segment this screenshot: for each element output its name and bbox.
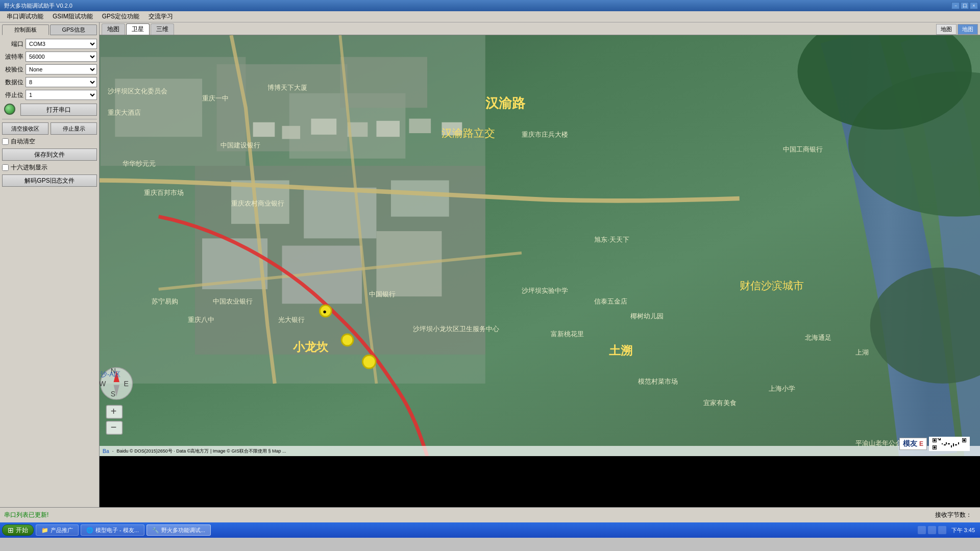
divider-1	[2, 119, 97, 119]
svg-text:光大银行: 光大银行	[278, 316, 305, 323]
svg-rect-14	[253, 122, 275, 137]
port-label: 端口	[2, 40, 23, 48]
app-icon: 🔧	[152, 527, 159, 534]
hex-display-label: 十六进制显示	[11, 163, 47, 172]
taskbar-item-2-label: 野火多功能调试...	[161, 527, 205, 534]
save-file-button[interactable]: 保存到文件	[2, 148, 97, 161]
svg-rect-81	[940, 438, 941, 439]
svg-text:财信沙滨城市: 财信沙滨城市	[740, 280, 804, 292]
baidu-text: Baidu © DOS(2015)2650号 · Data ©高地方万 | Im…	[117, 448, 286, 455]
parity-row: 校验位 None Odd Even	[2, 64, 97, 74]
menu-serial[interactable]: 串口调试功能	[2, 11, 48, 22]
svg-text:重庆一中: 重庆一中	[202, 94, 229, 102]
panel-tabs: 控制面板 GPS信息	[2, 24, 97, 35]
svg-rect-85	[963, 439, 965, 441]
open-port-button[interactable]: 打开串口	[20, 104, 97, 116]
svg-text:W: W	[100, 380, 106, 388]
menu-gsim[interactable]: GSIM阻试功能	[48, 11, 97, 22]
svg-text:−: −	[111, 421, 117, 433]
hex-display-row: 十六进制显示	[2, 163, 97, 172]
svg-rect-95	[955, 444, 957, 445]
svg-text:中国农业银行: 中国农业银行	[213, 297, 253, 305]
svg-text:E: E	[124, 380, 128, 388]
tray-icon-2[interactable]	[928, 526, 936, 534]
svg-rect-16	[311, 119, 336, 135]
qr-code-svg	[932, 437, 967, 450]
auto-clear-row: 自动清空	[2, 137, 97, 146]
decode-gps-button[interactable]: 解码GPS旧态文件	[2, 174, 97, 187]
auto-clear-checkbox[interactable]	[2, 138, 9, 145]
map-btn-1[interactable]: 地图	[936, 24, 957, 35]
svg-text:重庆八中: 重庆八中	[188, 316, 214, 323]
recv-control-row: 清空接收区 停止显示	[2, 122, 97, 135]
baidu-logo: Ba	[103, 448, 109, 454]
svg-rect-92	[948, 443, 950, 444]
recv-bytes-label: 接收字节数：	[935, 511, 972, 519]
taskbar-item-1-label: 模型电子 - 模友...	[95, 527, 139, 534]
svg-rect-9	[304, 188, 376, 239]
tray-icon-1[interactable]	[918, 526, 926, 534]
left-panel: 控制面板 GPS信息 端口 COM3 COM1 COM2 COM4 波特率 56…	[0, 22, 100, 507]
svg-text:+: +	[111, 406, 117, 417]
stop-bits-row: 停止位 1 2	[2, 90, 97, 100]
start-label: 开始	[16, 526, 28, 535]
clear-recv-button[interactable]: 清空接收区	[2, 122, 48, 135]
svg-text:沙坪坝实验中学: 沙坪坝实验中学	[522, 287, 568, 294]
menu-gps[interactable]: GPS定位功能	[97, 11, 144, 22]
minimize-button[interactable]: －	[951, 2, 960, 9]
data-bits-label: 数据位	[2, 78, 23, 87]
data-bits-row: 数据位 8 7	[2, 77, 97, 87]
status-left-text: 串口列表已更新!	[4, 511, 48, 519]
parity-select[interactable]: None Odd Even	[26, 64, 97, 74]
tab-gps-info[interactable]: GPS信息	[50, 24, 97, 35]
svg-rect-93	[951, 445, 952, 447]
svg-text:模范村菜市场: 模范村菜市场	[638, 378, 678, 385]
maximize-button[interactable]: 口	[961, 2, 969, 9]
svg-text:●: ●	[323, 308, 327, 315]
taskbar-item-0[interactable]: 📁 产品推广	[36, 524, 79, 536]
svg-text:中国工商银行: 中国工商银行	[783, 145, 823, 153]
window-title: 野火多功能调试助手 V0.2.0	[2, 2, 72, 10]
terminal-area	[100, 456, 980, 507]
svg-rect-96	[958, 442, 959, 444]
baud-row: 波特率 56000 9600 115200	[2, 52, 97, 62]
svg-text:S: S	[111, 390, 115, 398]
svg-text:旭东·天天下: 旭东·天天下	[594, 236, 629, 243]
svg-text:重庆百邦市场: 重庆百邦市场	[144, 189, 184, 196]
start-button[interactable]: ⊞ 开始	[2, 524, 34, 536]
svg-text:重庆农村商业银行: 重庆农村商业银行	[231, 199, 284, 207]
tab-3d[interactable]: 三维	[151, 23, 174, 35]
svg-rect-80	[938, 438, 939, 439]
baud-select[interactable]: 56000 9600 115200	[26, 52, 97, 62]
stop-display-button[interactable]: 停止显示	[51, 122, 97, 135]
tab-control-panel[interactable]: 控制面板	[2, 24, 49, 35]
brand-sub: E	[919, 440, 923, 447]
tab-satellite[interactable]: 卫星	[126, 23, 150, 35]
svg-text:土溯: 土溯	[609, 344, 632, 357]
map-container[interactable]: ● N S W E 沙-A区 + − 汉渝路 汉渝路立交 土溯 财信沙滨城	[100, 35, 980, 456]
port-select[interactable]: COM3 COM1 COM2 COM4	[26, 39, 97, 49]
svg-rect-90	[944, 444, 946, 445]
svg-text:富新桃花里: 富新桃花里	[551, 330, 584, 338]
hex-display-checkbox[interactable]	[2, 164, 9, 171]
taskbar-tray: 下午 3:45	[918, 525, 978, 535]
stop-bits-label: 停止位	[2, 91, 23, 99]
map-btn-2[interactable]: 地图	[958, 24, 978, 35]
svg-rect-88	[934, 446, 936, 448]
menu-exchange[interactable]: 交流学习	[144, 11, 178, 22]
baidu-bar: Ba · Baidu © DOS(2015)2650号 · Data ©高地方万…	[100, 446, 980, 456]
qr-code	[929, 437, 970, 451]
data-bits-select[interactable]: 8 7	[26, 77, 97, 87]
taskbar-clock: 下午 3:45	[948, 525, 978, 535]
svg-point-25	[341, 334, 353, 346]
tab-map[interactable]: 地图	[102, 23, 125, 35]
status-right: 接收字节数：	[935, 511, 976, 519]
stop-bits-select[interactable]: 1 2	[26, 90, 97, 100]
svg-text:汉渝路立交: 汉渝路立交	[442, 127, 495, 139]
close-button[interactable]: ×	[970, 2, 978, 9]
taskbar-item-1[interactable]: 🌐 模型电子 - 模友...	[81, 524, 144, 536]
tray-icon-3[interactable]	[938, 526, 946, 534]
svg-rect-94	[953, 443, 954, 446]
map-right-buttons: 地图 地图	[936, 24, 978, 35]
taskbar-item-2[interactable]: 🔧 野火多功能调试...	[146, 524, 211, 536]
